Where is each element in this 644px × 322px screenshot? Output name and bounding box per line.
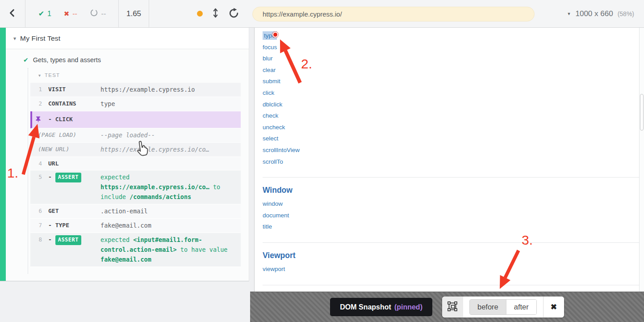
- aut-section: type focus blur clear submit click dblcl…: [263, 30, 639, 167]
- test-row[interactable]: ✔ Gets, types and asserts: [6, 55, 249, 65]
- snapshot-pinned-label: (pinned): [394, 303, 422, 311]
- command-method: - ASSERT: [48, 173, 100, 182]
- aut-link-list: viewport: [263, 263, 639, 275]
- scrollbar-thumb[interactable]: [640, 94, 644, 131]
- command-row[interactable]: 5 - ASSERT expected https://example.cypr…: [30, 170, 241, 204]
- panel-divider[interactable]: [250, 28, 255, 322]
- command-number: 8: [35, 235, 42, 244]
- aut-link-text: focus: [263, 44, 277, 51]
- aut-section: Window window document title: [263, 177, 639, 233]
- suite-title: My First Test: [20, 34, 60, 42]
- command-row[interactable]: - CLICK: [30, 111, 241, 128]
- aut-link[interactable]: viewport: [263, 263, 639, 275]
- command-row[interactable]: 7 - TYPE fake@email.com: [30, 219, 241, 233]
- viewport-controls: [197, 0, 239, 27]
- aut-link-text: scrollTo: [263, 158, 283, 165]
- command-message: expected <input#email1.form-control.acti…: [100, 235, 237, 264]
- aut-link[interactable]: blur: [263, 53, 639, 64]
- stat-pending: --: [90, 8, 106, 19]
- x-icon: ✖: [64, 10, 70, 18]
- suite-header[interactable]: ▾ My First Test: [6, 28, 249, 49]
- aut-link[interactable]: uncheck: [263, 122, 639, 133]
- aut-frame: type focus blur clear submit click dblcl…: [250, 28, 644, 322]
- command-method: CONTAINS: [48, 99, 100, 108]
- section-label: TEST: [45, 72, 60, 78]
- aut-link[interactable]: clear: [263, 64, 639, 76]
- command-row[interactable]: 8 - ASSERT expected <input#email1.form-c…: [30, 233, 241, 267]
- aut-link[interactable]: scrollIntoView: [263, 144, 639, 156]
- command-message: --page loaded--: [100, 130, 237, 140]
- command-method: VISIT: [48, 85, 100, 93]
- after-button[interactable]: after: [506, 300, 536, 314]
- command-number: 6: [35, 207, 42, 215]
- command-number: 2: [35, 99, 42, 108]
- command-row[interactable]: 4 URL: [30, 157, 241, 170]
- aut-section: Viewport viewport: [263, 242, 639, 275]
- aut-link-text: clear: [263, 67, 276, 73]
- viewport-scale: (58%): [618, 10, 634, 17]
- scrollbar-track[interactable]: [639, 28, 644, 322]
- refresh-icon: [228, 8, 239, 20]
- aut-link[interactable]: document: [263, 210, 639, 221]
- aut-link[interactable]: focus: [263, 42, 639, 53]
- runner-toolbar: ✔ 1 ✖ -- -- 1.65 https://example.cypres: [0, 0, 644, 28]
- command-row[interactable]: (PAGE LOAD) --page loaded--: [30, 128, 241, 143]
- command-number: 1: [35, 85, 42, 93]
- chevron-left-icon: [8, 8, 17, 20]
- aut-link[interactable]: check: [263, 110, 639, 122]
- assert-badge: ASSERT: [55, 235, 81, 245]
- aut-link[interactable]: scrollTo: [263, 156, 639, 168]
- viewport-size-selector[interactable]: ▼ 1000 x 660 (58%): [567, 0, 634, 27]
- command-number: 4: [35, 159, 42, 168]
- click-event-marker-icon: [272, 32, 278, 38]
- assert-badge: ASSERT: [55, 173, 81, 182]
- reporter-panel: ▾ My First Test ✔ Gets, types and assert…: [0, 28, 250, 322]
- aut-link[interactable]: dblclick: [263, 99, 639, 110]
- before-button[interactable]: before: [470, 300, 506, 314]
- reload-button[interactable]: [228, 8, 239, 20]
- command-row[interactable]: 6 GET .action-email: [30, 204, 241, 219]
- snapshot-toggle-group: before after ✖: [442, 297, 564, 318]
- command-row[interactable]: 1 VISIT https://example.cypress.io: [30, 83, 241, 97]
- snapshot-state-toggle: before after: [469, 299, 537, 315]
- suite-status-strip: [0, 28, 6, 281]
- test-section-toggle[interactable]: ▾ TEST: [6, 72, 249, 79]
- aut-content: type focus blur clear submit click dblcl…: [255, 28, 639, 322]
- command-row[interactable]: (NEW URL) https://example.cypress.io/co…: [30, 143, 241, 157]
- close-snapshot-button[interactable]: ✖: [544, 297, 564, 318]
- test-stats: ✔ 1 ✖ -- --: [26, 0, 118, 27]
- snapshot-controls-bar: DOM Snapshot (pinned) before after ✖: [250, 292, 644, 322]
- command-row[interactable]: 2 CONTAINS type: [30, 97, 241, 111]
- pending-count: --: [101, 10, 106, 18]
- aut-link-text: dblclick: [263, 101, 282, 108]
- test-duration: 1.65: [118, 0, 149, 27]
- pending-circle-icon: [90, 8, 98, 19]
- aut-link-text: title: [263, 223, 272, 230]
- aut-link-list: window document title: [263, 198, 639, 233]
- url-bar[interactable]: https://example.cypress.io/: [252, 7, 535, 21]
- aut-link[interactable]: submit: [263, 76, 639, 87]
- aut-link-text: document: [263, 212, 289, 219]
- toggle-highlights-button[interactable]: [442, 297, 463, 318]
- aut-link-text: click: [263, 89, 274, 96]
- aut-link[interactable]: type: [263, 30, 639, 42]
- caret-down-icon: ▾: [13, 35, 16, 42]
- aut-link-list: type focus blur clear submit click dblcl…: [263, 30, 639, 167]
- command-log: 1 VISIT https://example.cypress.io 2 CON…: [30, 83, 241, 267]
- snapshot-title: DOM Snapshot: [340, 303, 391, 311]
- back-button[interactable]: [0, 0, 25, 27]
- command-message: https://example.cypress.io: [100, 85, 237, 94]
- command-method: GET: [48, 207, 100, 215]
- aut-link[interactable]: title: [263, 221, 639, 233]
- aut-link[interactable]: window: [263, 198, 639, 210]
- up-down-arrow-icon: [212, 8, 219, 20]
- aut-link-text: select: [263, 135, 278, 142]
- aut-link[interactable]: select: [263, 133, 639, 144]
- stat-passed: ✔ 1: [38, 9, 51, 18]
- command-number: 5: [35, 173, 42, 181]
- timeline-line: [28, 68, 28, 274]
- aut-link-text: blur: [263, 55, 273, 62]
- aut-link[interactable]: click: [263, 87, 639, 99]
- resize-viewport-button[interactable]: [212, 8, 219, 20]
- suite-card: ▾ My First Test ✔ Gets, types and assert…: [0, 28, 249, 281]
